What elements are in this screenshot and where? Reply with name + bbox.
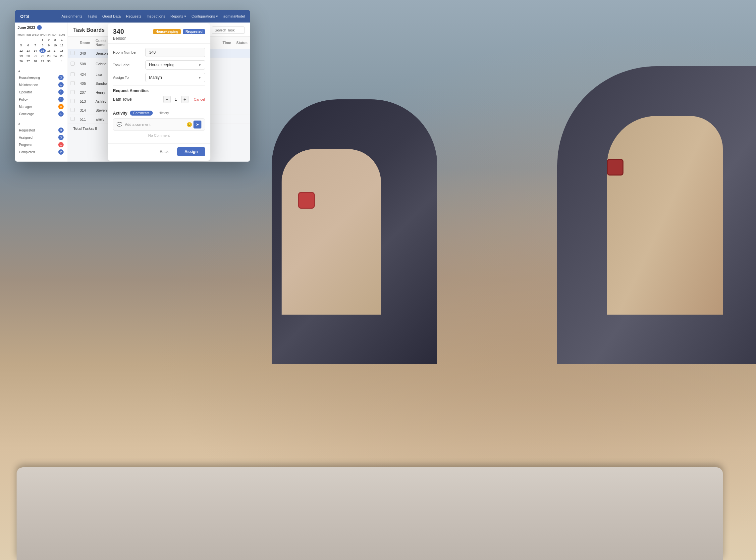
nav-requests[interactable]: Requests xyxy=(126,14,141,19)
nav-admin[interactable]: admin@hotel xyxy=(223,14,245,19)
status-assigned[interactable]: Assigned 3 xyxy=(18,134,65,141)
cell-check xyxy=(68,79,77,88)
cal-day-7[interactable]: 7 xyxy=(32,43,39,48)
search-input[interactable] xyxy=(212,26,245,34)
cal-day-8[interactable]: 8 xyxy=(39,43,46,48)
activity-title: Activity xyxy=(113,111,127,116)
cal-day-29[interactable]: 29 xyxy=(39,59,46,64)
cal-day-26[interactable]: 26 xyxy=(18,59,24,64)
col-check xyxy=(68,37,77,49)
cat-housekeeping[interactable]: Housekeeping 3 xyxy=(18,74,65,81)
cell-status xyxy=(234,106,250,115)
comment-input[interactable] xyxy=(125,122,184,126)
cal-day-23[interactable]: 23 xyxy=(46,54,52,58)
status-requested-label: Requested xyxy=(19,128,35,132)
nav-inspections[interactable]: Inspections xyxy=(147,14,165,19)
room-number-input[interactable] xyxy=(145,48,205,57)
cal-day-empty-2 xyxy=(25,38,31,42)
cat-concierge[interactable]: Concierge 1 xyxy=(18,110,65,118)
cal-day-2[interactable]: 2 xyxy=(46,38,52,42)
cat-manager[interactable]: Manager 0 xyxy=(18,103,65,110)
assign-to-value: Marilyn xyxy=(149,75,162,80)
cal-day-11[interactable]: 11 xyxy=(59,43,65,48)
category-header-2[interactable]: ▲ xyxy=(18,120,65,126)
qty-value: 1 xyxy=(173,97,179,102)
status-requested[interactable]: Requested 3 xyxy=(18,126,65,134)
cat-maintenance-count: 1 xyxy=(58,82,64,87)
back-button[interactable]: Back xyxy=(154,147,174,156)
assign-button[interactable]: Assign xyxy=(177,147,205,156)
cal-day-9[interactable]: 9 xyxy=(46,43,52,48)
cal-day-5[interactable]: 5 xyxy=(18,43,24,48)
cal-header-wed: WED xyxy=(32,33,39,37)
cal-day-17[interactable]: 17 xyxy=(52,48,58,53)
cal-day-4[interactable]: 4 xyxy=(59,38,65,42)
cell-check xyxy=(68,106,77,115)
cal-day-27[interactable]: 27 xyxy=(25,59,31,64)
cal-day-15-today[interactable]: 15 xyxy=(39,48,46,53)
cal-day-20[interactable]: 20 xyxy=(25,54,31,58)
cal-day-24[interactable]: 24 xyxy=(52,54,58,58)
calendar-title: June 2023 xyxy=(18,25,35,29)
status-completed-count: 2 xyxy=(58,149,64,155)
form-row-room: Room Number xyxy=(113,48,205,57)
nav-configurations[interactable]: Configurations ▾ xyxy=(192,14,218,19)
cell-room: 207 xyxy=(77,88,93,97)
comment-actions: 🙂 ➤ xyxy=(186,121,201,128)
cal-day-12[interactable]: 12 xyxy=(18,48,24,53)
cal-day-10[interactable]: 10 xyxy=(52,43,58,48)
cal-day-3[interactable]: 3 xyxy=(52,38,58,42)
cell-room: 405 xyxy=(77,79,93,88)
amenity-cancel-link[interactable]: Cancel xyxy=(194,97,205,101)
qty-decrease-button[interactable]: − xyxy=(163,96,171,103)
cal-day-6[interactable]: 6 xyxy=(25,43,31,48)
status-assigned-count: 3 xyxy=(58,135,64,140)
app-window: OTS Assignments Tasks Guest Data Request… xyxy=(15,10,250,162)
tab-comments[interactable]: Comments xyxy=(130,111,153,116)
cal-day-13[interactable]: 13 xyxy=(25,48,31,53)
category-header-1[interactable]: ▲ xyxy=(18,67,65,74)
emoji-button[interactable]: 🙂 xyxy=(186,122,192,127)
col-status: Status xyxy=(234,37,250,49)
cat-maintenance[interactable]: Maintenance 1 xyxy=(18,81,65,88)
tab-history[interactable]: History xyxy=(155,111,172,116)
cell-status xyxy=(234,115,250,124)
cal-day-empty-3 xyxy=(32,38,39,42)
cat-policy[interactable]: Policy 1 xyxy=(18,96,65,103)
calendar-header: June 2023 xyxy=(18,25,65,30)
cal-day-18[interactable]: 18 xyxy=(59,48,65,53)
nav-assignments[interactable]: Assignments xyxy=(62,14,82,19)
cal-day-next-1[interactable]: 1 xyxy=(59,59,65,64)
cal-day-21[interactable]: 21 xyxy=(32,54,39,58)
cal-day-1[interactable]: 1 xyxy=(39,38,46,42)
send-button[interactable]: ➤ xyxy=(194,121,201,128)
task-label-select[interactable]: Housekeeping ▼ xyxy=(145,60,205,69)
cat-operator[interactable]: Operator 1 xyxy=(18,88,65,96)
cell-time xyxy=(220,88,234,97)
cal-header-sun: SUN xyxy=(59,33,65,37)
status-completed[interactable]: Completed 2 xyxy=(18,148,65,156)
cal-day-14[interactable]: 14 xyxy=(32,48,39,53)
assign-to-select[interactable]: Marilyn ▼ xyxy=(145,73,205,82)
cal-day-empty-4 xyxy=(52,59,58,64)
nav-reports[interactable]: Reports ▾ xyxy=(170,14,186,19)
qty-increase-button[interactable]: + xyxy=(181,96,188,103)
status-progress[interactable]: Progress 1 xyxy=(18,141,65,148)
cal-day-30[interactable]: 30 xyxy=(46,59,52,64)
cal-day-25[interactable]: 25 xyxy=(59,54,65,58)
cal-day-28[interactable]: 28 xyxy=(32,59,39,64)
cal-day-16[interactable]: 16 xyxy=(46,48,52,53)
category-arrow-1: ▲ xyxy=(18,69,21,73)
cell-room: 511 xyxy=(77,115,93,124)
cell-time xyxy=(220,79,234,88)
cal-day-19[interactable]: 19 xyxy=(18,54,24,58)
task-categories: ▲ Housekeeping 3 Maintenance 1 Operator … xyxy=(18,67,65,156)
badge-housekeeping: Housekeeping xyxy=(153,29,181,34)
nav-tasks[interactable]: Tasks xyxy=(88,14,97,19)
calendar-dot xyxy=(37,25,42,30)
nav-guest-data[interactable]: Guest Data xyxy=(102,14,121,19)
cal-day-22[interactable]: 22 xyxy=(39,54,46,58)
modal-room-number: 340 xyxy=(113,28,124,36)
amenity-row: Bath Towel − 1 + Cancel xyxy=(113,96,205,103)
room-number-label: Room Number xyxy=(113,50,143,54)
